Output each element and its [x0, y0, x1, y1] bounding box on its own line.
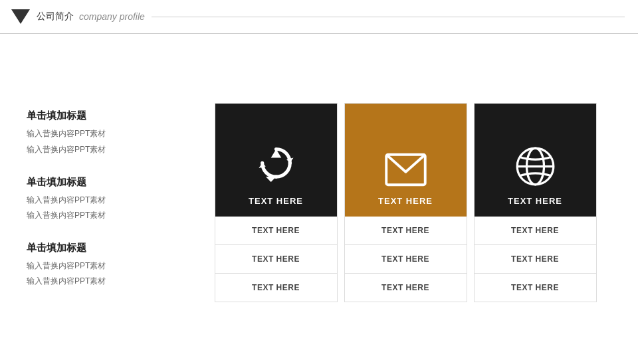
- recycle-icon: [255, 145, 298, 188]
- card-1-row-2: TEXT HERE: [215, 245, 337, 274]
- card-2-row-2: TEXT HERE: [345, 245, 467, 274]
- mail-icon: [384, 151, 427, 188]
- card-3-row-3: TEXT HERE: [475, 274, 596, 302]
- text-block-1-line-2: 输入昔换内容PPT素材: [27, 143, 199, 156]
- text-block-2-line-2: 输入昔换内容PPT素材: [27, 209, 199, 222]
- card-1-bottom: TEXT HERE TEXT HERE TEXT HERE: [215, 217, 337, 302]
- card-3: TEXT HERE TEXT HERE TEXT HERE TEXT HERE: [474, 103, 597, 302]
- card-3-top-label: TEXT HERE: [508, 196, 562, 206]
- text-block-2: 单击填加标题 输入昔换内容PPT素材 输入昔换内容PPT素材: [27, 176, 199, 222]
- card-2-row-3: TEXT HERE: [345, 274, 467, 302]
- text-block-3: 单击填加标题 输入昔换内容PPT素材 输入昔换内容PPT素材: [27, 242, 199, 288]
- card-2-top: TEXT HERE: [345, 104, 467, 217]
- card-2-row-1: TEXT HERE: [345, 217, 467, 245]
- header: 公司简介 company profile: [0, 0, 638, 34]
- text-block-3-line-2: 输入昔换内容PPT素材: [27, 275, 199, 288]
- header-title-cn: 公司简介: [37, 11, 74, 23]
- card-1: TEXT HERE TEXT HERE TEXT HERE TEXT HERE: [215, 103, 338, 302]
- cards-section: TEXT HERE TEXT HERE TEXT HERE TEXT HERE …: [199, 96, 611, 302]
- card-3-row-2: TEXT HERE: [475, 245, 596, 274]
- card-2-bottom: TEXT HERE TEXT HERE TEXT HERE: [345, 217, 467, 302]
- card-1-top-label: TEXT HERE: [249, 196, 303, 206]
- header-title-en: company profile: [79, 11, 145, 22]
- header-divider: [152, 17, 625, 17]
- text-block-1: 单击填加标题 输入昔换内容PPT素材 输入昔换内容PPT素材: [27, 110, 199, 155]
- text-block-3-title: 单击填加标题: [27, 242, 199, 254]
- text-block-2-title: 单击填加标题: [27, 176, 199, 189]
- header-triangle-icon: [11, 9, 30, 24]
- card-3-bottom: TEXT HERE TEXT HERE TEXT HERE: [475, 217, 596, 302]
- text-block-3-line-1: 输入昔换内容PPT素材: [27, 260, 199, 272]
- card-2: TEXT HERE TEXT HERE TEXT HERE TEXT HERE: [344, 103, 467, 302]
- text-block-2-line-1: 输入昔换内容PPT素材: [27, 194, 199, 207]
- card-1-row-1: TEXT HERE: [215, 217, 337, 245]
- card-1-row-3: TEXT HERE: [215, 274, 337, 302]
- card-3-top: TEXT HERE: [475, 104, 596, 217]
- card-1-top: TEXT HERE: [215, 104, 337, 217]
- text-block-1-title: 单击填加标题: [27, 110, 199, 122]
- card-3-row-1: TEXT HERE: [475, 217, 596, 245]
- text-block-1-line-1: 输入昔换内容PPT素材: [27, 128, 199, 140]
- left-text-section: 单击填加标题 输入昔换内容PPT素材 输入昔换内容PPT素材 单击填加标题 输入…: [27, 110, 199, 288]
- globe-icon: [514, 145, 557, 188]
- card-2-top-label: TEXT HERE: [378, 196, 433, 206]
- main-content: 单击填加标题 输入昔换内容PPT素材 输入昔换内容PPT素材 单击填加标题 输入…: [0, 34, 638, 364]
